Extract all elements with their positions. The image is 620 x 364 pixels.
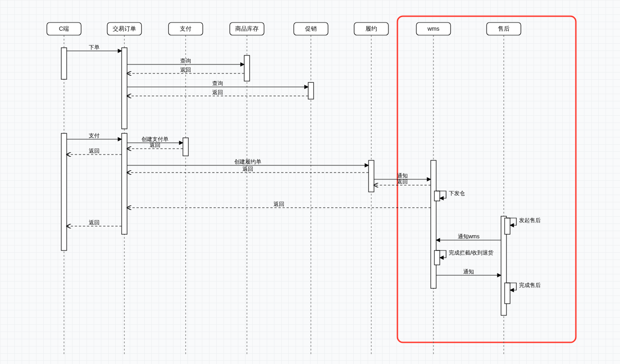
actor-label-c: C端 (59, 25, 69, 32)
sequence-diagram: C端交易订单支付商品库存促销履约wms售后下单查询返回查询返回支付创建支付单返回… (0, 0, 620, 364)
msg-label-11: 通知 (397, 173, 408, 179)
activation-c (61, 133, 67, 250)
msg-label-8: 返回 (89, 148, 100, 154)
msg-label-15: 返回 (89, 219, 100, 226)
msg-label-13: 下发仓 (449, 190, 465, 196)
actor-label-ful: 履约 (365, 25, 377, 32)
msg-label-16: 发起售后 (519, 217, 541, 223)
msg-label-6: 创建支付单 (141, 136, 169, 142)
msg-label-20: 完成售后 (519, 282, 541, 288)
msg-label-3: 查询 (212, 80, 223, 86)
msg-label-17: 通知wms (458, 233, 480, 240)
msg-label-19: 通知 (463, 268, 474, 275)
actor-label-inv: 商品库存 (235, 25, 259, 32)
self-activation-wms (434, 250, 440, 265)
actor-label-pay: 支付 (180, 25, 191, 32)
msg-label-18: 完成拦截/收到退货 (449, 250, 493, 256)
msg-label-12: 返回 (397, 178, 408, 185)
self-activation-aft (505, 283, 510, 304)
msg-label-1: 查询 (180, 58, 191, 64)
activation-ord (122, 48, 127, 129)
actor-label-aft: 售后 (498, 25, 510, 32)
msg-label-7: 返回 (150, 142, 160, 148)
msg-label-0: 下单 (89, 44, 100, 50)
msg-label-2: 返回 (180, 67, 191, 73)
actor-label-wms: wms (427, 25, 440, 32)
activation-inv (244, 55, 250, 81)
msg-label-5: 支付 (89, 132, 100, 139)
msg-label-14: 返回 (274, 201, 284, 207)
activation-ord (122, 133, 127, 234)
self-activation-aft (505, 218, 510, 234)
msg-label-4: 返回 (212, 89, 223, 96)
self-activation-wms (434, 191, 440, 201)
activation-ful (369, 160, 374, 192)
actor-label-promo: 促销 (305, 25, 317, 32)
msg-label-9: 创建履约单 (234, 159, 261, 165)
actor-label-ord: 交易订单 (113, 25, 136, 32)
msg-label-10: 返回 (242, 166, 253, 172)
activation-c (61, 48, 67, 79)
activation-promo (308, 82, 314, 99)
activation-wms (431, 160, 436, 288)
activation-pay (183, 138, 188, 156)
